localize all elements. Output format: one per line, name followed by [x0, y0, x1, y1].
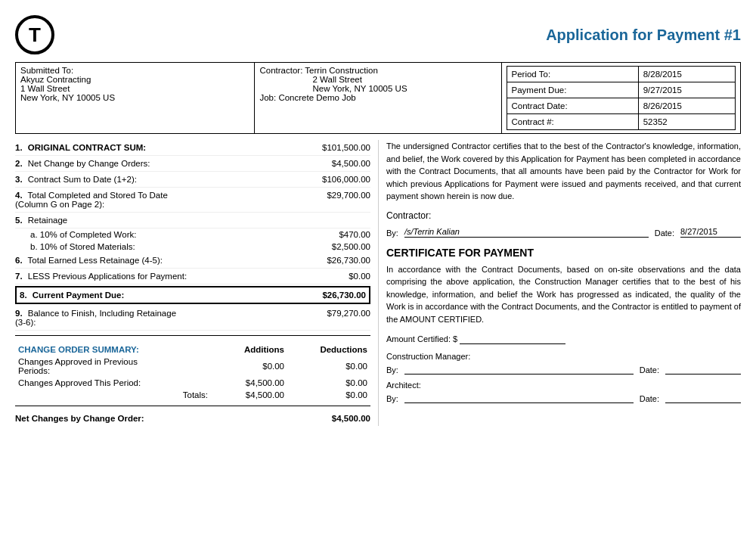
- item-value-4: $29,700.00: [302, 191, 370, 209]
- co-row-0-label: Changes Approved in PreviousPeriods:: [15, 356, 215, 377]
- co-totals-col1: $4,500.00: [215, 389, 287, 401]
- cm-date-line: [665, 364, 741, 375]
- divider-2: [15, 406, 370, 406]
- left-column: 1. ORIGINAL CONTRACT SUM: $101,500.00 2.…: [15, 140, 378, 426]
- co-col1-header: Additions: [215, 343, 287, 356]
- item-value-3: $106,000.00: [302, 175, 370, 184]
- by-value: /s/Terrin Kalian: [404, 227, 649, 238]
- app-title: Application for Payment #1: [546, 26, 741, 44]
- contractor-cert-text: The undersigned Contractor certifies tha…: [386, 140, 741, 203]
- item-num-1: 1.: [15, 143, 23, 152]
- arch-by-line: [404, 393, 634, 403]
- arch-by-date-row: By: Date:: [386, 393, 741, 403]
- change-order-table: CHANGE ORDER SUMMARY: Additions Deductio…: [15, 343, 370, 401]
- line-item-5: 5. Retainage: [15, 213, 370, 228]
- item-value-6: $26,730.00: [302, 256, 370, 265]
- item-num-4: 4.: [15, 191, 23, 200]
- item-value-1: $101,500.00: [302, 143, 370, 152]
- period-to-label: Period To:: [507, 67, 638, 82]
- logo-letter: T: [29, 23, 41, 47]
- item-value-2: $4,500.00: [302, 159, 370, 168]
- item-label-6: Total Earned Less Retainage (4-5):: [28, 256, 163, 265]
- item-value-8: $26,730.00: [298, 291, 366, 300]
- by-label: By:: [386, 228, 398, 238]
- date-value: 8/27/2015: [680, 227, 741, 238]
- contractor-label: Contractor:: [259, 66, 302, 75]
- right-column: The undersigned Contractor certifies tha…: [378, 140, 741, 426]
- co-row-1-label: Changes Approved This Period:: [15, 377, 215, 389]
- line-item-7: 7. LESS Previous Applications for Paymen…: [15, 269, 370, 284]
- info-table: Submitted To: Akyuz Contracting 1 Wall S…: [15, 62, 741, 134]
- submitted-to-addr1: 1 Wall Street: [20, 84, 70, 93]
- contractor-addr2: New York, NY 10005 US: [259, 84, 407, 93]
- item-label-9: Balance to Finish, Including Retainage(3…: [15, 309, 176, 327]
- amount-certified-row: Amount Certified: $: [386, 334, 741, 344]
- item-label-3: Contract Sum to Date (1+2):: [28, 175, 137, 184]
- cm-date-label: Date:: [640, 365, 659, 375]
- contract-date-label: Contract Date:: [507, 98, 638, 114]
- co-totals-col2: $0.00: [287, 389, 370, 401]
- retainage-a-letter: a.: [30, 230, 38, 239]
- co-title: CHANGE ORDER SUMMARY:: [18, 345, 139, 354]
- submitted-to-label: Submitted To:: [20, 66, 73, 75]
- payment-due: 9/27/2015: [638, 82, 735, 98]
- net-changes-row: Net Changes by Change Order: $4,500.00: [15, 411, 370, 426]
- item-num-3: 3.: [15, 175, 23, 184]
- job-label: Job:: [259, 93, 276, 102]
- payment-due-label: Payment Due:: [507, 82, 638, 98]
- contract-num-label: Contract #:: [507, 114, 638, 130]
- retainage-b-letter: b.: [30, 242, 38, 251]
- cm-by-date-row: By: Date:: [386, 364, 741, 375]
- co-row-0-col2: $0.00: [287, 356, 370, 377]
- amount-certified-line: [460, 334, 565, 344]
- job-name: Concrete Demo Job: [278, 93, 355, 102]
- item-value-5: [302, 216, 370, 225]
- cm-by-label: By:: [386, 365, 398, 375]
- co-row-1-col2: $0.00: [287, 377, 370, 389]
- divider-1: [15, 335, 370, 336]
- co-row-1: Changes Approved This Period: $4,500.00 …: [15, 377, 370, 389]
- retainage-b: b. 10% of Stored Materials: $2,500.00: [15, 241, 370, 253]
- co-col2-header: Deductions: [287, 343, 370, 356]
- item-num-9: 9.: [15, 309, 23, 318]
- co-row-1-col1: $4,500.00: [215, 377, 287, 389]
- cm-by-line: [404, 364, 634, 375]
- logo: T: [15, 15, 54, 54]
- co-row-0: Changes Approved in PreviousPeriods: $0.…: [15, 356, 370, 377]
- contractor-signature-line: By: /s/Terrin Kalian Date: 8/27/2015: [386, 227, 741, 238]
- contract-date: 8/26/2015: [638, 98, 735, 114]
- line-item-2: 2. Net Change by Change Orders: $4,500.0…: [15, 156, 370, 172]
- architect-section: Architect: By: Date:: [386, 381, 741, 403]
- line-item-1: 1. ORIGINAL CONTRACT SUM: $101,500.00: [15, 140, 370, 156]
- contractor-label: Contractor:: [386, 210, 741, 221]
- co-totals-label: Totals:: [15, 389, 215, 401]
- amount-certified-label: Amount Certified: $: [386, 334, 457, 343]
- net-changes-label: Net Changes by Change Order:: [15, 414, 302, 423]
- retainage-a-value: $470.00: [302, 230, 370, 239]
- contractor-section: Contractor: By: /s/Terrin Kalian Date: 8…: [386, 210, 741, 238]
- item-value-7: $0.00: [302, 272, 370, 281]
- co-row-0-col1: $0.00: [215, 356, 287, 377]
- line-item-8: 8. Current Payment Due: $26,730.00: [15, 286, 370, 304]
- cert-body-text: In accordance with the Contract Document…: [386, 263, 741, 326]
- item-label-1: ORIGINAL CONTRACT SUM:: [28, 143, 146, 152]
- item-value-9: $79,270.00: [302, 309, 370, 327]
- arch-date-label: Date:: [640, 394, 659, 403]
- item-num-6: 6.: [15, 256, 23, 265]
- item-num-2: 2.: [15, 159, 23, 168]
- cert-for-payment-heading: CERTIFICATE FOR PAYMENT: [386, 247, 741, 259]
- item-num-7: 7.: [15, 272, 23, 281]
- retainage-b-label: 10% of Stored Materials:: [40, 242, 135, 251]
- submitted-to-addr2: New York, NY 10005 US: [20, 93, 115, 102]
- cert-for-payment-section: CERTIFICATE FOR PAYMENT In accordance wi…: [386, 247, 741, 404]
- contract-num: 52352: [638, 114, 735, 130]
- main-layout: 1. ORIGINAL CONTRACT SUM: $101,500.00 2.…: [15, 140, 741, 426]
- net-changes-value: $4,500.00: [302, 414, 370, 423]
- retainage-a-label: 10% of Completed Work:: [40, 230, 137, 239]
- line-item-3: 3. Contract Sum to Date (1+2): $106,000.…: [15, 172, 370, 188]
- item-num-5: 5.: [15, 216, 23, 225]
- contractor-addr1: 2 Wall Street: [259, 75, 361, 84]
- item-label-2: Net Change by Change Orders:: [28, 159, 150, 168]
- line-item-6: 6. Total Earned Less Retainage (4-5): $2…: [15, 253, 370, 269]
- item-label-4: Total Completed and Stored To Date(Colum…: [15, 191, 168, 209]
